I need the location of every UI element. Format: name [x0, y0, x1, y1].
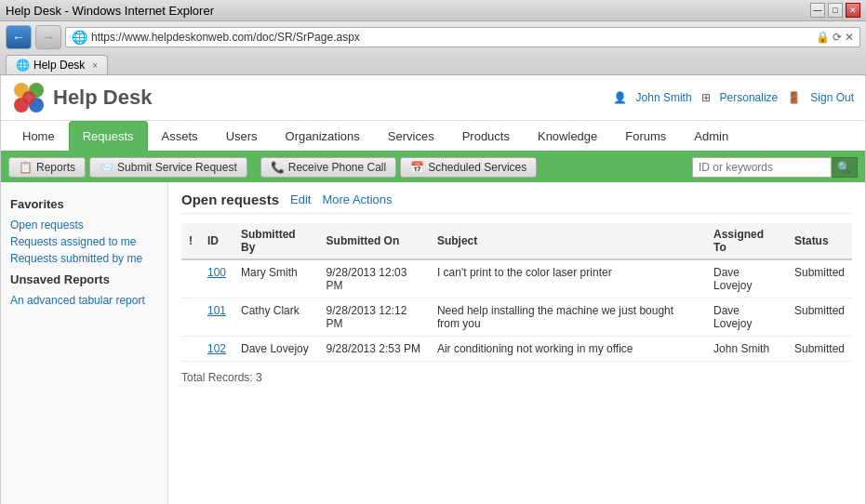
phone-icon: 📞 [271, 161, 285, 174]
nav-item-home[interactable]: Home [8, 121, 69, 151]
col-subject: Subject [430, 223, 706, 259]
content-heading: Open requests [181, 192, 279, 207]
nav-item-organizations[interactable]: Organizations [272, 121, 374, 151]
col-submitted-on: Submitted On [319, 223, 430, 259]
col-submitted-by: Submitted By [233, 223, 319, 259]
app-header: Help Desk 👤 John Smith ⊞ Personalize 🚪 S… [1, 75, 865, 121]
ie-icon: 🌐 [72, 30, 87, 45]
cell-id: 102 [200, 337, 233, 362]
cell-exclamation [181, 259, 200, 298]
cell-submitted-on: 9/28/2013 12:12 PM [319, 298, 430, 337]
submit-icon: 📨 [100, 161, 113, 174]
browser-chrome: Help Desk - Windows Internet Explorer — … [0, 0, 866, 75]
nav-item-knowledge[interactable]: Knowledge [524, 121, 611, 151]
cell-subject: I can't print to the color laser printer [430, 259, 706, 298]
cell-id: 100 [200, 259, 233, 298]
table-header-row: ! ID Submitted By Submitted On Subject A… [181, 223, 852, 259]
tab-title: Help Desk [33, 59, 85, 72]
browser-toolbar: ← → 🌐 🔒 ⟳ ✕ [0, 21, 866, 53]
calendar-icon: 📅 [410, 161, 424, 174]
scheduled-services-button[interactable]: 📅 Scheduled Services [400, 157, 537, 178]
svg-point-4 [22, 91, 35, 104]
window-controls: — □ ✕ [810, 3, 860, 18]
sidebar: Favorites Open requests Requests assigne… [1, 182, 168, 504]
nav-item-products[interactable]: Products [448, 121, 524, 151]
tab-bar: 🌐 Help Desk × [0, 53, 866, 74]
cell-status: Submitted [787, 337, 852, 362]
cell-exclamation [181, 337, 200, 362]
request-id-link[interactable]: 101 [207, 304, 226, 317]
browser-tab[interactable]: 🌐 Help Desk × [6, 55, 108, 74]
titlebar-title: Help Desk - Windows Internet Explorer [6, 4, 214, 18]
col-id: ID [200, 223, 233, 259]
username-link[interactable]: John Smith [636, 91, 692, 104]
cell-assigned-to: Dave Lovejoy [706, 259, 787, 298]
search-input[interactable] [692, 157, 832, 178]
cell-submitted-by: Cathy Clark [233, 298, 319, 337]
request-id-link[interactable]: 100 [207, 266, 226, 279]
back-button[interactable]: ← [6, 25, 32, 49]
table-row: 100Mary Smith9/28/2013 12:03 PMI can't p… [181, 259, 852, 298]
cell-submitted-by: Mary Smith [233, 259, 319, 298]
cell-status: Submitted [787, 259, 852, 298]
cell-submitted-on: 9/28/2013 12:03 PM [319, 259, 430, 298]
app-title: Help Desk [53, 86, 152, 110]
address-input[interactable] [91, 31, 812, 44]
stop-icon[interactable]: ✕ [845, 31, 854, 44]
cell-id: 101 [200, 298, 233, 337]
more-actions-link[interactable]: More Actions [322, 192, 392, 206]
nav-item-assets[interactable]: Assets [148, 121, 212, 151]
request-id-link[interactable]: 102 [207, 342, 226, 355]
cell-subject: Air conditioning not working in my offic… [430, 337, 706, 362]
table-row: 102Dave Lovejoy9/28/2013 2:53 PMAir cond… [181, 337, 852, 362]
requests-table: ! ID Submitted By Submitted On Subject A… [181, 223, 852, 362]
minimize-button[interactable]: — [810, 3, 825, 18]
nav-item-services[interactable]: Services [374, 121, 448, 151]
address-bar: 🌐 🔒 ⟳ ✕ [65, 27, 860, 47]
app-frame: Help Desk 👤 John Smith ⊞ Personalize 🚪 S… [0, 75, 866, 504]
signout-link[interactable]: Sign Out [810, 91, 854, 104]
receive-phone-button[interactable]: 📞 Receive Phone Call [260, 157, 396, 178]
sidebar-link-advanced-report[interactable]: An advanced tabular report [10, 292, 158, 309]
sidebar-link-assigned-to-me[interactable]: Requests assigned to me [10, 233, 158, 250]
nav-item-admin[interactable]: Admin [680, 121, 742, 151]
maximize-button[interactable]: □ [828, 3, 843, 18]
sidebar-link-open-requests[interactable]: Open requests [10, 217, 158, 233]
forward-button[interactable]: → [35, 25, 61, 49]
sidebar-link-submitted-by-me[interactable]: Requests submitted by me [10, 250, 158, 267]
col-exclamation: ! [181, 223, 200, 259]
personalize-link[interactable]: Personalize [720, 91, 779, 104]
tab-close-icon[interactable]: × [92, 60, 98, 71]
edit-link[interactable]: Edit [290, 192, 311, 206]
cell-status: Submitted [787, 298, 852, 337]
submit-request-button[interactable]: 📨 Submit Service Request [89, 157, 247, 178]
table-row: 101Cathy Clark9/28/2013 12:12 PMNeed hel… [181, 298, 852, 337]
reports-button[interactable]: 📋 Reports [8, 157, 86, 178]
refresh-icon[interactable]: ⟳ [833, 31, 842, 44]
total-records: Total Records: 3 [181, 371, 852, 384]
content-area: Open requests Edit More Actions ! ID Sub… [168, 182, 865, 504]
cell-exclamation [181, 298, 200, 337]
header-user-area: 👤 John Smith ⊞ Personalize 🚪 Sign Out [613, 91, 854, 104]
logo-icon [12, 81, 46, 114]
search-box: 🔍 [692, 157, 858, 178]
search-button[interactable]: 🔍 [832, 157, 858, 178]
unsaved-reports-title: Unsaved Reports [10, 272, 158, 286]
nav-item-requests[interactable]: Requests [69, 121, 148, 151]
content-header: Open requests Edit More Actions [181, 192, 852, 214]
nav-item-users[interactable]: Users [212, 121, 272, 151]
close-button[interactable]: ✕ [846, 3, 860, 18]
user-icon: 👤 [613, 91, 627, 104]
favorites-title: Favorites [10, 197, 158, 211]
cell-assigned-to: John Smith [706, 337, 787, 362]
reports-icon: 📋 [19, 161, 33, 174]
col-assigned-to: Assigned To [706, 223, 787, 259]
lock-icon: 🔒 [816, 31, 830, 44]
cell-submitted-by: Dave Lovejoy [233, 337, 319, 362]
main-layout: Favorites Open requests Requests assigne… [1, 182, 865, 504]
address-icons: 🔒 ⟳ ✕ [816, 31, 854, 44]
nav-item-forums[interactable]: Forums [611, 121, 680, 151]
action-toolbar: 📋 Reports 📨 Submit Service Request 📞 Rec… [1, 153, 865, 182]
app-logo: Help Desk [12, 81, 152, 114]
nav-bar: HomeRequestsAssetsUsersOrganizationsServ… [1, 121, 865, 153]
